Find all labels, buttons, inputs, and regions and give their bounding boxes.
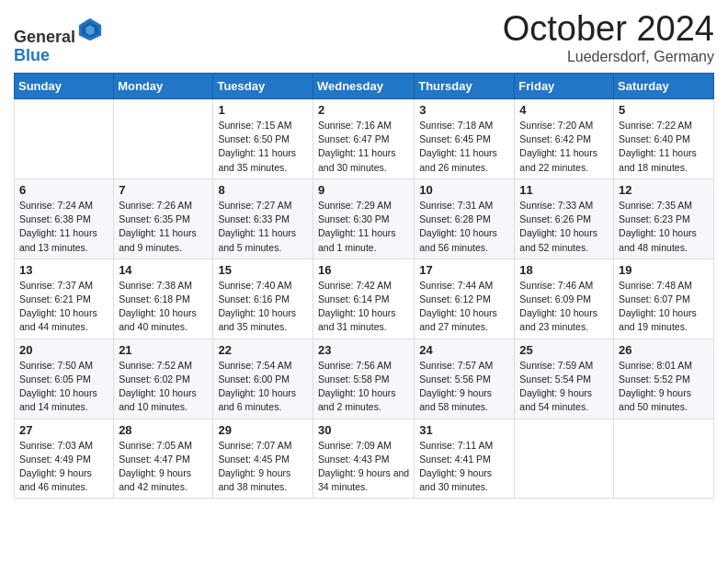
day-info: Sunrise: 7:09 AMSunset: 4:43 PMDaylight:… xyxy=(318,439,409,495)
day-number: 15 xyxy=(218,263,308,277)
day-info: Sunrise: 7:31 AMSunset: 6:28 PMDaylight:… xyxy=(419,199,509,255)
calendar-cell xyxy=(114,99,213,179)
day-number: 19 xyxy=(619,263,709,277)
calendar-cell: 9Sunrise: 7:29 AMSunset: 6:30 PMDaylight… xyxy=(313,178,414,259)
day-info: Sunrise: 7:27 AMSunset: 6:33 PMDaylight:… xyxy=(218,199,308,255)
calendar-cell xyxy=(515,419,614,499)
day-number: 23 xyxy=(318,343,409,357)
calendar: SundayMondayTuesdayWednesdayThursdayFrid… xyxy=(14,73,714,499)
calendar-cell: 26Sunrise: 8:01 AMSunset: 5:52 PMDayligh… xyxy=(614,339,714,419)
calendar-cell xyxy=(15,99,114,179)
calendar-cell: 4Sunrise: 7:20 AMSunset: 6:42 PMDaylight… xyxy=(515,99,614,179)
day-info: Sunrise: 7:57 AMSunset: 5:56 PMDaylight:… xyxy=(419,359,509,415)
calendar-cell: 17Sunrise: 7:44 AMSunset: 6:12 PMDayligh… xyxy=(415,259,515,339)
day-number: 3 xyxy=(419,103,509,117)
calendar-cell: 6Sunrise: 7:24 AMSunset: 6:38 PMDaylight… xyxy=(15,178,114,259)
logo-blue: Blue xyxy=(14,46,50,64)
day-number: 9 xyxy=(318,183,409,197)
day-info: Sunrise: 7:38 AMSunset: 6:18 PMDaylight:… xyxy=(119,279,208,335)
day-number: 4 xyxy=(519,103,609,117)
calendar-cell: 10Sunrise: 7:31 AMSunset: 6:28 PMDayligh… xyxy=(415,178,515,259)
calendar-cell: 27Sunrise: 7:03 AMSunset: 4:49 PMDayligh… xyxy=(15,419,114,499)
day-info: Sunrise: 7:24 AMSunset: 6:38 PMDaylight:… xyxy=(19,199,108,255)
day-number: 24 xyxy=(419,343,509,357)
day-number: 12 xyxy=(619,183,709,197)
day-number: 1 xyxy=(218,103,308,117)
calendar-cell: 1Sunrise: 7:15 AMSunset: 6:50 PMDaylight… xyxy=(213,99,313,179)
day-number: 2 xyxy=(318,103,409,117)
day-info: Sunrise: 7:15 AMSunset: 6:50 PMDaylight:… xyxy=(218,119,308,175)
day-info: Sunrise: 7:16 AMSunset: 6:47 PMDaylight:… xyxy=(318,119,409,175)
day-info: Sunrise: 7:20 AMSunset: 6:42 PMDaylight:… xyxy=(519,119,609,175)
day-info: Sunrise: 7:11 AMSunset: 4:41 PMDaylight:… xyxy=(419,439,509,495)
calendar-cell: 31Sunrise: 7:11 AMSunset: 4:41 PMDayligh… xyxy=(415,419,515,499)
weekday-header-wednesday: Wednesday xyxy=(313,74,414,99)
day-number: 11 xyxy=(519,183,609,197)
day-info: Sunrise: 7:33 AMSunset: 6:26 PMDaylight:… xyxy=(519,199,609,255)
calendar-cell: 11Sunrise: 7:33 AMSunset: 6:26 PMDayligh… xyxy=(515,178,614,259)
header: General Blue October 2024 Luedersdorf, G… xyxy=(14,9,714,65)
week-row-4: 20Sunrise: 7:50 AMSunset: 6:05 PMDayligh… xyxy=(15,339,714,419)
calendar-cell: 30Sunrise: 7:09 AMSunset: 4:43 PMDayligh… xyxy=(313,419,414,499)
calendar-cell: 3Sunrise: 7:18 AMSunset: 6:45 PMDaylight… xyxy=(415,99,515,179)
logo: General Blue xyxy=(14,17,103,65)
day-number: 14 xyxy=(119,263,208,277)
day-info: Sunrise: 7:54 AMSunset: 6:00 PMDaylight:… xyxy=(218,359,308,415)
day-number: 27 xyxy=(19,423,108,437)
week-row-5: 27Sunrise: 7:03 AMSunset: 4:49 PMDayligh… xyxy=(15,419,714,499)
calendar-cell: 23Sunrise: 7:56 AMSunset: 5:58 PMDayligh… xyxy=(313,339,414,419)
calendar-cell: 16Sunrise: 7:42 AMSunset: 6:14 PMDayligh… xyxy=(313,259,414,339)
week-row-1: 1Sunrise: 7:15 AMSunset: 6:50 PMDaylight… xyxy=(15,99,714,179)
calendar-cell: 20Sunrise: 7:50 AMSunset: 6:05 PMDayligh… xyxy=(15,339,114,419)
logo-icon xyxy=(77,17,103,42)
day-info: Sunrise: 7:42 AMSunset: 6:14 PMDaylight:… xyxy=(318,279,409,335)
day-number: 25 xyxy=(519,343,609,357)
day-info: Sunrise: 7:22 AMSunset: 6:40 PMDaylight:… xyxy=(619,119,709,175)
day-number: 6 xyxy=(19,183,108,197)
day-number: 22 xyxy=(218,343,308,357)
weekday-header-thursday: Thursday xyxy=(415,74,515,99)
day-number: 8 xyxy=(218,183,308,197)
day-number: 30 xyxy=(318,423,409,437)
calendar-cell: 25Sunrise: 7:59 AMSunset: 5:54 PMDayligh… xyxy=(515,339,614,419)
calendar-cell: 5Sunrise: 7:22 AMSunset: 6:40 PMDaylight… xyxy=(614,99,714,179)
calendar-cell: 22Sunrise: 7:54 AMSunset: 6:00 PMDayligh… xyxy=(213,339,313,419)
day-number: 16 xyxy=(318,263,409,277)
weekday-header-friday: Friday xyxy=(515,74,614,99)
day-info: Sunrise: 7:18 AMSunset: 6:45 PMDaylight:… xyxy=(419,119,509,175)
title-block: October 2024 Luedersdorf, Germany xyxy=(503,9,714,65)
day-number: 18 xyxy=(519,263,609,277)
day-number: 5 xyxy=(619,103,709,117)
day-number: 28 xyxy=(119,423,208,437)
day-number: 17 xyxy=(419,263,509,277)
day-info: Sunrise: 7:05 AMSunset: 4:47 PMDaylight:… xyxy=(119,439,208,495)
weekday-header-tuesday: Tuesday xyxy=(213,74,313,99)
day-info: Sunrise: 7:29 AMSunset: 6:30 PMDaylight:… xyxy=(318,199,409,255)
day-info: Sunrise: 7:35 AMSunset: 6:23 PMDaylight:… xyxy=(619,199,709,255)
weekday-header-row: SundayMondayTuesdayWednesdayThursdayFrid… xyxy=(15,74,714,99)
calendar-cell: 13Sunrise: 7:37 AMSunset: 6:21 PMDayligh… xyxy=(15,259,114,339)
day-info: Sunrise: 7:59 AMSunset: 5:54 PMDaylight:… xyxy=(519,359,609,415)
day-info: Sunrise: 7:46 AMSunset: 6:09 PMDaylight:… xyxy=(519,279,609,335)
page: General Blue October 2024 Luedersdorf, G… xyxy=(0,0,728,512)
weekday-header-monday: Monday xyxy=(114,74,213,99)
day-number: 20 xyxy=(19,343,108,357)
weekday-header-sunday: Sunday xyxy=(15,74,114,99)
day-info: Sunrise: 7:56 AMSunset: 5:58 PMDaylight:… xyxy=(318,359,409,415)
day-number: 31 xyxy=(419,423,509,437)
calendar-cell: 7Sunrise: 7:26 AMSunset: 6:35 PMDaylight… xyxy=(114,178,213,259)
day-number: 10 xyxy=(419,183,509,197)
calendar-cell: 28Sunrise: 7:05 AMSunset: 4:47 PMDayligh… xyxy=(114,419,213,499)
calendar-cell: 18Sunrise: 7:46 AMSunset: 6:09 PMDayligh… xyxy=(515,259,614,339)
day-number: 7 xyxy=(119,183,208,197)
logo-text: General Blue xyxy=(14,17,103,65)
weekday-header-saturday: Saturday xyxy=(614,74,714,99)
calendar-cell: 12Sunrise: 7:35 AMSunset: 6:23 PMDayligh… xyxy=(614,178,714,259)
calendar-cell: 2Sunrise: 7:16 AMSunset: 6:47 PMDaylight… xyxy=(313,99,414,179)
calendar-cell: 29Sunrise: 7:07 AMSunset: 4:45 PMDayligh… xyxy=(213,419,313,499)
day-info: Sunrise: 7:52 AMSunset: 6:02 PMDaylight:… xyxy=(119,359,208,415)
day-info: Sunrise: 7:03 AMSunset: 4:49 PMDaylight:… xyxy=(19,439,108,495)
month-title: October 2024 xyxy=(503,9,714,49)
calendar-cell: 14Sunrise: 7:38 AMSunset: 6:18 PMDayligh… xyxy=(114,259,213,339)
day-info: Sunrise: 7:07 AMSunset: 4:45 PMDaylight:… xyxy=(218,439,308,495)
